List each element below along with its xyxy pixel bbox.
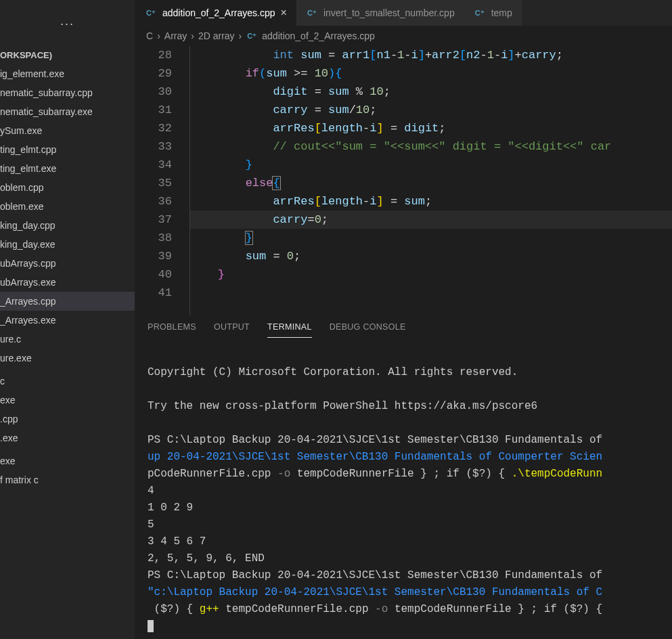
code-line[interactable]: } [190,265,672,284]
line-number: 29 [135,64,176,83]
editor-tab[interactable]: C⁺addition_of_2_Arrayes.cpp× [135,0,296,26]
code-line[interactable]: else{ [190,174,672,192]
breadcrumb[interactable]: C › Array › 2D array › C⁺ addition_of_2_… [135,26,672,46]
line-number: 31 [135,101,176,119]
cpp-file-icon: C⁺ [474,7,486,19]
explorer-file-item[interactable]: f matrix c [0,470,135,489]
code-line[interactable]: if(sum >= 10){ [190,64,672,83]
explorer-file-item[interactable]: .exe [0,428,135,447]
code-line[interactable]: carry=0; [190,211,672,229]
code-line[interactable]: carry = sum/10; [190,101,672,119]
line-number: 30 [135,83,176,101]
code-line[interactable]: arrRes[length-i] = digit; [190,119,672,137]
explorer-file-item[interactable]: ubArrays.cpp [0,254,135,273]
close-icon[interactable]: × [281,7,287,19]
code-line[interactable]: } [190,229,672,247]
line-number: 34 [135,156,176,174]
terminal-line: 5 [148,519,154,531]
more-icon[interactable]: ··· [60,17,74,31]
line-number: 35 [135,174,176,192]
breadcrumb-part[interactable]: addition_of_2_Arrayes.cpp [262,30,375,41]
line-number: 38 [135,229,176,247]
line-number: 36 [135,192,176,211]
line-number: 33 [135,137,176,156]
main-area: C⁺addition_of_2_Arrayes.cpp×C⁺invert_to_… [135,0,672,639]
breadcrumb-part[interactable]: C [146,30,153,41]
line-number: 41 [135,284,176,302]
explorer-file-item[interactable]: .cpp [0,410,135,428]
line-number: 39 [135,247,176,265]
explorer-file-item[interactable]: ting_elmt.cpp [0,140,135,159]
terminal-line: PS C:\Laptop Backup 20-04-2021\SJCE\1st … [148,434,602,446]
code-line[interactable]: sum = 0; [190,247,672,265]
cpp-file-icon: C⁺ [145,7,157,19]
panel-tab-debug-console[interactable]: DEBUG CONSOLE [330,322,406,338]
cpp-file-icon: C⁺ [306,7,318,19]
explorer-file-item[interactable]: ubArrays.exe [0,273,135,292]
line-number: 40 [135,265,176,284]
explorer-file-item[interactable]: exe [0,391,135,410]
terminal-line: ($?) { g++ tempCodeRunnerFile.cpp -o tem… [148,603,602,615]
code-line[interactable]: arrRes[length-i] = sum; [190,192,672,211]
tab-label: temp [491,7,512,18]
chevron-right-icon: › [239,30,242,41]
explorer-file-item[interactable]: _Arrayes.cpp [0,292,135,311]
code-line[interactable]: // cout<<"sum = "<<sum<<" digit = "<<dig… [190,137,672,156]
cpp-file-icon: C⁺ [246,30,258,42]
breadcrumb-part[interactable]: 2D array [198,30,235,41]
terminal-line: PS C:\Laptop Backup 20-04-2021\SJCE\1st … [148,569,602,581]
terminal-line: Copyright (C) Microsoft Corporation. All… [148,366,518,378]
sidebar-header: ··· [0,0,135,47]
explorer-file-item[interactable]: king_day.cpp [0,216,135,235]
panel-tab-terminal[interactable]: TERMINAL [267,322,312,338]
breadcrumb-part[interactable]: Array [164,30,187,41]
explorer-file-item[interactable]: _Arrayes.exe [0,311,135,330]
code-content[interactable]: int sum = arr1[n1-1-i]+arr2[n2-1-i]+carr… [189,46,672,315]
explorer-file-item[interactable]: c [0,372,135,391]
line-number: 28 [135,46,176,64]
terminal-line: Try the new cross-platform PowerShell ht… [148,400,537,412]
code-line[interactable] [190,284,672,302]
explorer-file-item[interactable]: king_day.exe [0,235,135,254]
line-number: 37 [135,211,176,229]
explorer-file-item[interactable]: ure.exe [0,349,135,368]
line-number: 32 [135,119,176,137]
terminal-output[interactable]: Copyright (C) Microsoft Corporation. All… [135,338,672,639]
code-line[interactable]: int sum = arr1[n1-1-i]+arr2[n2-1-i]+carr… [190,46,672,64]
terminal-line: up 20-04-2021\SJCE\1st Semester\CB130 Fu… [148,451,602,463]
chevron-right-icon: › [157,30,160,41]
panel-tab-problems[interactable]: PROBLEMS [148,322,196,338]
tab-label: invert_to_smallest_number.cpp [323,7,455,18]
explorer-file-item[interactable]: ting_elmt.exe [0,159,135,178]
explorer-file-item[interactable]: nematic_subarray.cpp [0,83,135,102]
terminal-line: "c:\Laptop Backup 20-04-2021\SJCE\1st Se… [148,586,602,598]
panel-tab-output[interactable]: OUTPUT [214,322,250,338]
explorer-file-item[interactable]: nematic_subarray.exe [0,102,135,121]
panel-tabs: PROBLEMSOUTPUTTERMINALDEBUG CONSOLE [135,315,672,338]
editor-tab[interactable]: C⁺temp [464,0,522,26]
terminal-line: 4 [148,485,154,497]
tab-label: addition_of_2_Arrayes.cpp [162,7,275,18]
code-editor[interactable]: 2829303132333435363738394041 int sum = a… [135,46,672,315]
terminal-line: 2, 5, 5, 9, 6, END [148,552,265,565]
editor-tabs: C⁺addition_of_2_Arrayes.cpp×C⁺invert_to_… [135,0,672,26]
line-number-gutter: 2829303132333435363738394041 [135,46,189,315]
explorer-file-list: ig_element.exenematic_subarray.cppnemati… [0,64,135,489]
explorer-file-item[interactable]: ySum.exe [0,121,135,140]
terminal-line: pCodeRunnerFile.cpp -o tempCodeRunnerFil… [148,468,602,480]
terminal-line: 1 0 2 9 [148,502,193,514]
terminal-cursor [148,620,154,632]
explorer-file-item[interactable]: oblem.cpp [0,178,135,197]
chevron-right-icon: › [191,30,194,41]
explorer-file-item[interactable]: ure.c [0,330,135,349]
sidebar: ··· ORKSPACE) ig_element.exenematic_suba… [0,0,135,639]
editor-tab[interactable]: C⁺invert_to_smallest_number.cpp [296,0,464,26]
workspace-label: ORKSPACE) [0,47,135,64]
explorer-file-item[interactable]: oblem.exe [0,197,135,216]
explorer-file-item[interactable]: exe [0,451,135,470]
explorer-file-item[interactable]: ig_element.exe [0,64,135,83]
terminal-line: 3 4 5 6 7 [148,535,206,548]
code-line[interactable]: digit = sum % 10; [190,83,672,101]
code-line[interactable]: } [190,156,672,174]
